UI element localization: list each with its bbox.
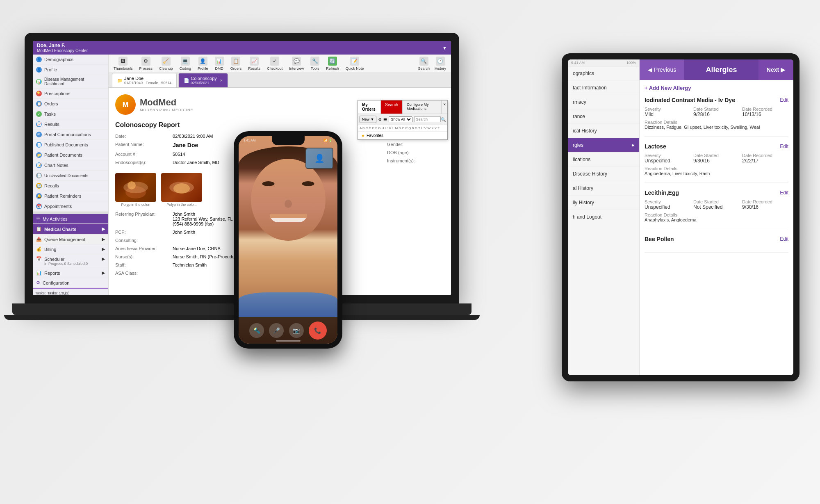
- next-button[interactable]: Next ▶: [758, 59, 793, 80]
- settings-icon[interactable]: ⚙: [378, 117, 382, 122]
- sidebar-item-chart-notes[interactable]: 📝 Chart Notes: [33, 160, 108, 171]
- tablet-nav-allergies[interactable]: rgies ●: [568, 138, 639, 153]
- orders-tab-my-orders[interactable]: My Orders: [358, 100, 381, 114]
- orders-panel-close[interactable]: ×: [442, 100, 447, 114]
- toolbar-checkout[interactable]: ✓ Checkout: [265, 56, 284, 71]
- sidebar-item-dmd[interactable]: 📊 Disease Management Dashboard: [33, 75, 108, 89]
- modmed-logo-circle: M: [115, 94, 136, 115]
- tab-close-btn[interactable]: ×: [220, 78, 223, 83]
- sidebar-billing[interactable]: 💰 Billing ▶: [33, 244, 108, 254]
- phone: 9:41 AM 📶 🔋: [234, 131, 342, 349]
- camera-btn[interactable]: 📷: [289, 323, 304, 338]
- tablet-nav-social-history[interactable]: al History: [568, 181, 639, 196]
- sidebar-item-recalls[interactable]: 🔄 Recalls: [33, 181, 108, 191]
- toolbar-thumbnails[interactable]: 🖼 Thumbnails: [112, 56, 134, 71]
- toolbar-interview[interactable]: 💬 Interview: [287, 56, 305, 71]
- sidebar-item-unclassified-docs[interactable]: 📄 Unclassified Documents: [33, 171, 108, 181]
- sidebar-queue-management[interactable]: 📥 Queue Management ▶: [33, 235, 108, 244]
- show-all-dropdown[interactable]: Show All: [389, 116, 412, 122]
- tab-jane-doe[interactable]: 📁 Jane Doe 01/01/1940 · Female · 50514: [112, 73, 177, 87]
- toolbar-refresh[interactable]: 🔄 Refresh: [324, 56, 341, 71]
- mute-btn[interactable]: 🎤: [269, 323, 284, 338]
- tablet-nav-insurance[interactable]: rance: [568, 109, 639, 124]
- sidebar-item-patient-documents[interactable]: 📁 Patient Documents: [33, 150, 108, 160]
- sidebar-item-prescriptions[interactable]: 💊 Prescriptions: [33, 89, 108, 99]
- sidebar-configuration[interactable]: ⚙ Configuration: [33, 278, 108, 288]
- end-call-btn[interactable]: 📞: [309, 322, 327, 340]
- toolbar-history[interactable]: 🕐 History: [433, 56, 448, 71]
- list-icon[interactable]: ☰: [383, 117, 387, 122]
- toolbar-search[interactable]: 🔍 Search: [416, 56, 431, 71]
- sidebar-item-patient-reminders[interactable]: 🔔 Patient Reminders: [33, 191, 108, 201]
- patient-name-header: Doe, Jane F.: [37, 43, 88, 48]
- image-2-caption: Polyp in the colo...: [166, 203, 197, 207]
- tablet-nav-pharmacy[interactable]: rmacy: [568, 95, 639, 109]
- sidebar-item-appointments[interactable]: 📅 Appointments: [33, 201, 108, 212]
- orders-tab-configure[interactable]: Configure My Medications: [403, 100, 442, 114]
- sidebar-item-orders[interactable]: 📋 Orders: [33, 99, 108, 109]
- toolbar-orders[interactable]: 📋 Orders: [229, 56, 244, 71]
- tablet-nav-family-history[interactable]: ily History: [568, 196, 639, 210]
- toolbar-quicknote[interactable]: 📝 Quick Note: [344, 56, 366, 71]
- ehr-sidebar: 👤 Demographics 👤 Profile 📊 Disease Manag…: [33, 55, 109, 295]
- ehr-tab-bar: 📁 Jane Doe 01/01/1940 · Female · 50514 📄…: [109, 73, 451, 88]
- tablet-screen: 9:41 AM 100% ographics tact Information …: [568, 59, 793, 375]
- sidebar-item-results[interactable]: 📈 Results: [33, 119, 108, 130]
- sidebar-item-demographics[interactable]: 👤 Demographics: [33, 55, 108, 65]
- tablet-nav-medical-history[interactable]: ical History: [568, 124, 639, 138]
- tablet-nav-demographics[interactable]: ographics: [568, 66, 639, 81]
- tablet-nav-medications[interactable]: lications: [568, 153, 639, 167]
- colonoscopy-image-1: [115, 173, 156, 202]
- results-icon: 📈: [36, 121, 42, 127]
- add-new-allergy-btn[interactable]: + Add New Allergy: [645, 85, 788, 91]
- demographics-icon: 👤: [36, 57, 42, 62]
- tablet-header: ◀ Previous Allergies Next ▶: [640, 59, 793, 80]
- tablet-nav-disease-history[interactable]: Disease History: [568, 167, 639, 181]
- tablet-main: ◀ Previous Allergies Next ▶ + Add New Al…: [640, 59, 793, 375]
- toolbar-profile[interactable]: 👤 Profile: [196, 56, 210, 71]
- tab-colonoscopy[interactable]: 📄 Colonoscopy 02/03/2021 ×: [178, 73, 228, 87]
- allergy-name-lecithin: Lecithin,Egg: [645, 189, 679, 196]
- allergy-reaction-iodinated: Dizziness, Fatigue, GI upset, Liver toxi…: [645, 125, 788, 130]
- tablet-nav-logout[interactable]: h and Logout: [568, 210, 639, 224]
- tablet-nav-contact[interactable]: tact Information: [568, 81, 639, 95]
- toolbar-coding[interactable]: 💻 Coding: [178, 56, 193, 71]
- sidebar-scheduler[interactable]: 📅 Scheduler ▶ In Progress:0 Scheduled:0: [33, 254, 108, 268]
- search-icon[interactable]: 🔍: [441, 117, 446, 122]
- sidebar-item-tasks[interactable]: ✓ Tasks: [33, 109, 108, 119]
- sidebar-item-profile[interactable]: 👤 Profile: [33, 65, 108, 75]
- tasks-icon: ✓: [36, 111, 42, 117]
- sidebar-medical-charts[interactable]: 📋 Medical Charts ▶: [33, 224, 108, 235]
- edit-lactose-btn[interactable]: Edit: [780, 144, 788, 149]
- prev-button[interactable]: ◀ Previous: [640, 59, 684, 80]
- sidebar-bottom-stats: Tasks: Tasks: 1:8,(2) Results: Results: …: [33, 288, 108, 295]
- appointments-icon: 📅: [36, 203, 42, 209]
- allergy-item-lecithin: Lecithin,Egg Edit Severity Unspecified D…: [645, 189, 788, 229]
- sidebar-item-portal-communications[interactable]: ✉ Portal Communications: [33, 130, 108, 140]
- orders-icon: 📋: [36, 101, 42, 107]
- sidebar-reports[interactable]: 📊 Reports ▶: [33, 268, 108, 278]
- sidebar-item-published-documents[interactable]: 📄 Published Documents: [33, 140, 108, 150]
- allergy-reaction-lactose: Angioedema, Liver toxicity, Rash: [645, 171, 788, 176]
- new-order-btn[interactable]: New ▼: [360, 116, 376, 123]
- orders-favorites[interactable]: Favorites: [358, 132, 447, 139]
- header-close-btn[interactable]: ▼: [442, 46, 447, 50]
- toolbar-dmd[interactable]: 📊 DMD: [213, 56, 226, 71]
- unclassified-icon: 📄: [36, 173, 42, 178]
- sidebar-my-activities[interactable]: ☰ My Activities: [33, 214, 108, 224]
- orders-tab-search[interactable]: Search: [381, 100, 403, 114]
- edit-bee-pollen-btn[interactable]: Edit: [780, 236, 788, 242]
- dmd-icon: 📊: [36, 79, 42, 84]
- edit-lecithin-btn[interactable]: Edit: [780, 190, 788, 196]
- toolbar-cleanup[interactable]: 🧹 Cleanup: [157, 56, 175, 71]
- tablet-nav: 9:41 AM 100% ographics tact Information …: [568, 59, 640, 375]
- edit-iodinated-btn[interactable]: Edit: [780, 97, 788, 103]
- phone-self-view: 👤: [305, 148, 333, 169]
- tablet-allergies-content: + Add New Allergy Iodinated Contrast Med…: [640, 80, 793, 375]
- orders-search-input[interactable]: [414, 116, 441, 122]
- toolbar-process[interactable]: ⚙ Process: [138, 56, 155, 71]
- toolbar-results[interactable]: 📈 Results: [246, 56, 262, 71]
- toolbar-tools[interactable]: 🔧 Tools: [309, 56, 321, 71]
- flashlight-btn[interactable]: 🔦: [249, 323, 264, 338]
- ehr-toolbar: 🖼 Thumbnails ⚙ Process 🧹 Cleanup 💻: [109, 55, 451, 73]
